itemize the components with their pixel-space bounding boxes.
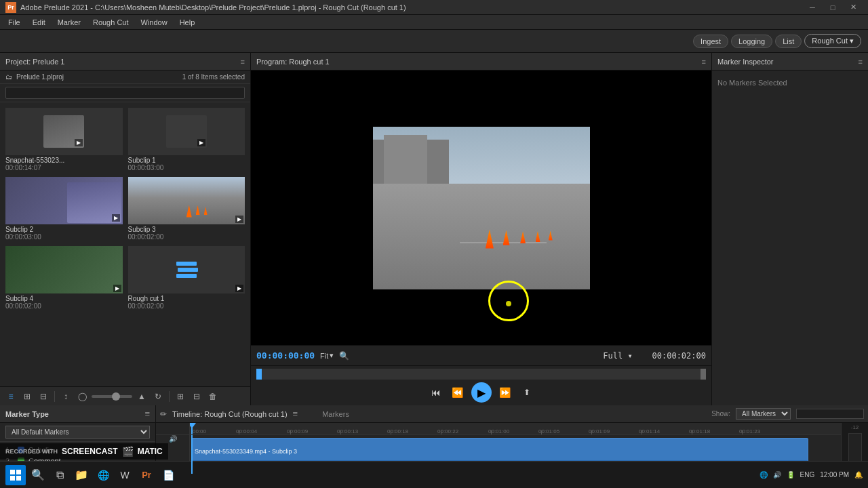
list-item[interactable]: ▶ Rough cut 1 00:00:02:00	[127, 245, 247, 311]
app-icon: Pr	[5, 2, 16, 13]
premiere-button[interactable]: Pr	[137, 466, 156, 485]
road-scene	[373, 127, 590, 289]
item-thumbnail: ▶	[5, 246, 123, 293]
step-forward-button[interactable]: ⏩	[497, 384, 513, 401]
mountain-icon[interactable]: ▲	[135, 390, 149, 403]
item-name: Subclip 1	[128, 157, 245, 164]
flow-view-icon[interactable]: ⊟	[37, 390, 50, 403]
search-taskbar-button[interactable]: 🔍	[28, 466, 47, 485]
marker-inspector-panel: Marker Inspector ≡ No Markers Selected	[712, 53, 868, 405]
main-area: Project: Prelude 1 ≡ 🗂 Prelude 1.plproj …	[0, 53, 868, 405]
project-panel: Project: Prelude 1 ≡ 🗂 Prelude 1.plproj …	[0, 53, 251, 405]
program-header: Program: Rough cut 1 ≡	[251, 53, 711, 70]
marker-type-title: Marker Type	[5, 410, 49, 418]
transport-controls: ⏮ ⏪ ▶ ⏩ ⬆	[256, 382, 706, 403]
list-button[interactable]: List	[775, 35, 802, 48]
search-row	[0, 84, 250, 102]
item-thumbnail: ▶	[128, 108, 245, 155]
timeline-menu-icon[interactable]: ≡	[293, 409, 298, 419]
notification-icon: 🔔	[854, 471, 863, 479]
remove-icon[interactable]: ⊟	[190, 390, 203, 403]
timeline-search-input[interactable]	[796, 409, 864, 419]
go-to-in-button[interactable]: ⏮	[428, 384, 444, 401]
rotate-icon[interactable]: ↻	[151, 390, 165, 403]
marker-type-menu-icon[interactable]: ≡	[144, 409, 150, 419]
chrome-button[interactable]: 🌐	[94, 466, 113, 485]
delete-icon[interactable]: 🗑	[206, 390, 220, 403]
list-view-icon[interactable]: ≡	[4, 390, 18, 403]
marker-type-select-row: All Default Markers	[0, 423, 155, 442]
start-button[interactable]	[5, 465, 26, 485]
list-item[interactable]: ▶ Subclip 2 00:00:03:00	[4, 176, 124, 242]
sort-icon[interactable]: ↕	[59, 390, 73, 403]
project-file-path: Prelude 1.plproj	[16, 73, 64, 81]
show-label: Show:	[711, 410, 730, 418]
show-markers-dropdown[interactable]: All Markers	[736, 408, 791, 420]
markers-tab[interactable]: Markers	[322, 410, 349, 418]
close-button[interactable]: ✕	[844, 1, 863, 14]
play-button[interactable]: ▶	[471, 382, 492, 403]
video-frame	[373, 127, 590, 289]
list-item[interactable]: ▶ Subclip 4 00:00:02:00	[4, 245, 124, 311]
list-item[interactable]: ▶ Subclip 3 00:00:02:00	[127, 176, 247, 242]
roughcut-button[interactable]: Rough Cut ▾	[804, 34, 861, 48]
scrub-head	[256, 369, 262, 380]
item-duration: 00:00:02:00	[128, 302, 245, 310]
item-name: Subclip 2	[5, 226, 123, 233]
search-input[interactable]	[5, 87, 245, 99]
file-path-row: 🗂 Prelude 1.plproj 1 of 8 Items selected	[0, 70, 250, 84]
timeline-ruler: 00:00 00:00:04 00:00:09 00:00:13 00:00:1…	[190, 423, 841, 435]
svg-rect-0	[10, 470, 15, 474]
no-markers-message: No Markers Selected	[712, 70, 868, 95]
maximize-button[interactable]: □	[823, 1, 842, 14]
item-thumbnail: ▶	[5, 108, 123, 155]
step-back-button[interactable]: ⏪	[450, 384, 466, 401]
marker-type-dropdown[interactable]: All Default Markers	[5, 426, 150, 439]
menu-marker[interactable]: Marker	[52, 17, 86, 28]
add-to-timeline-icon[interactable]: ⊞	[174, 390, 187, 403]
menu-roughcut[interactable]: Rough Cut	[87, 17, 134, 28]
screencast-watermark: RECORDED WITH SCREENCAST 🎬 MATIC	[0, 443, 168, 460]
file-explorer-button[interactable]: 📁	[72, 466, 91, 485]
date-time: 12:00 PM	[820, 471, 849, 479]
svg-rect-2	[10, 476, 15, 481]
folder-icon: 🗂	[5, 73, 12, 81]
project-panel-menu-icon[interactable]: ≡	[241, 58, 245, 66]
logging-button[interactable]: Logging	[731, 35, 772, 48]
autofit-icon[interactable]: ◯	[75, 390, 89, 403]
scrub-end	[701, 369, 706, 380]
menu-file[interactable]: File	[3, 17, 26, 28]
menu-edit[interactable]: Edit	[27, 17, 51, 28]
menu-window[interactable]: Window	[136, 17, 173, 28]
word-button[interactable]: W	[115, 466, 134, 485]
taskview-button[interactable]: ⧉	[50, 466, 69, 485]
scrub-bar[interactable]	[256, 369, 706, 380]
list-item[interactable]: ▶ Subclip 1 00:00:03:00	[127, 106, 247, 173]
item-duration: 00:00:02:00	[5, 302, 123, 310]
minimize-button[interactable]: ─	[803, 1, 822, 14]
ingest-button[interactable]: Ingest	[693, 35, 728, 48]
acrobat-button[interactable]: 📄	[159, 466, 178, 485]
timecode-row: 00:00:00:00 Fit ▾ 🔍 Full ▾ 00:00:02:00	[251, 345, 711, 365]
program-menu-icon[interactable]: ≡	[702, 58, 706, 66]
track-playhead	[191, 435, 193, 474]
icon-view-icon[interactable]: ⊞	[20, 390, 34, 403]
clock: ENG	[800, 471, 815, 479]
pencil-icon: ✏	[160, 409, 167, 419]
menu-help[interactable]: Help	[174, 17, 201, 28]
export-button[interactable]: ⬆	[519, 384, 535, 401]
marker-type-header: Marker Type ≡	[0, 405, 155, 423]
titlebar: Pr Adobe Prelude 2021 - C:\Users\Mosheen…	[0, 0, 868, 15]
list-item[interactable]: ▶ Snapchat-553023... 00:00:14:07	[4, 106, 124, 173]
program-title: Program: Rough cut 1	[256, 58, 330, 66]
item-duration: 00:00:03:00	[128, 164, 245, 171]
marker-inspector-menu-icon[interactable]: ≡	[859, 58, 863, 66]
current-timecode[interactable]: 00:00:00:00	[256, 350, 315, 361]
taskbar: 🔍 ⧉ 📁 🌐 W Pr 📄 🌐 🔊 🔋 ENG 12:00 PM 🔔	[0, 461, 868, 488]
fit-dropdown[interactable]: Fit ▾	[320, 351, 334, 360]
item-name: Rough cut 1	[128, 295, 245, 302]
zoom-icon: 🔍	[339, 351, 349, 361]
timeline-playhead[interactable]	[191, 423, 193, 434]
project-grid: ▶ Snapchat-553023... 00:00:14:07 ▶ Subcl…	[0, 102, 250, 386]
svg-rect-3	[16, 476, 21, 481]
